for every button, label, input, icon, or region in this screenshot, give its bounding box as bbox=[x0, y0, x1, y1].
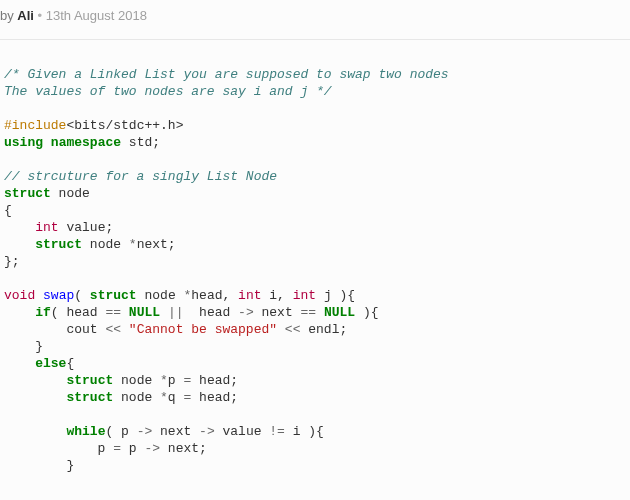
field-next-type: node bbox=[82, 237, 129, 252]
decl-p: p bbox=[168, 373, 184, 388]
type-int: int bbox=[35, 220, 58, 235]
op-arrow: -> bbox=[199, 424, 215, 439]
keyword-else: else bbox=[35, 356, 66, 371]
if-cond-close: ){ bbox=[355, 305, 378, 320]
type-int: int bbox=[238, 288, 261, 303]
op-eq: == bbox=[105, 305, 121, 320]
keyword-namespace: namespace bbox=[51, 135, 121, 150]
type-int: int bbox=[293, 288, 316, 303]
param-head-type: node bbox=[137, 288, 184, 303]
post-date: 13th August 2018 bbox=[46, 8, 147, 23]
author-name[interactable]: Ali bbox=[17, 8, 34, 23]
rhs-head: head; bbox=[191, 373, 238, 388]
op-eq: == bbox=[301, 305, 317, 320]
endl: endl; bbox=[300, 322, 347, 337]
field-value: value; bbox=[59, 220, 114, 235]
brace: }; bbox=[4, 254, 20, 269]
op-neq: != bbox=[269, 424, 285, 439]
op-assign: = bbox=[113, 441, 121, 456]
brace: { bbox=[4, 203, 12, 218]
comment-line: // strcuture for a singly List Node bbox=[4, 169, 277, 184]
keyword-using: using bbox=[4, 135, 43, 150]
rhs-p: p bbox=[121, 441, 144, 456]
decl-q: q bbox=[168, 390, 184, 405]
star-op: * bbox=[160, 390, 168, 405]
struct-name: node bbox=[51, 186, 90, 201]
cout: cout bbox=[4, 322, 105, 337]
expr-value: value bbox=[215, 424, 270, 439]
namespace-std: std; bbox=[121, 135, 160, 150]
byline: by Ali • 13th August 2018 bbox=[0, 0, 630, 33]
stmt-p-assign: p bbox=[4, 441, 113, 456]
include-header: <bits/stdc++.h> bbox=[66, 118, 183, 133]
if-cond-open: ( head bbox=[51, 305, 106, 320]
rhs-next: next; bbox=[160, 441, 207, 456]
param-i: i, bbox=[262, 288, 293, 303]
while-cond-open: ( p bbox=[105, 424, 136, 439]
expr-next: next bbox=[254, 305, 301, 320]
separator-dot: • bbox=[34, 8, 46, 23]
keyword-struct: struct bbox=[90, 288, 137, 303]
param-j: j ){ bbox=[316, 288, 355, 303]
brace: { bbox=[66, 356, 74, 371]
keyword-struct: struct bbox=[66, 390, 113, 405]
null-literal: NULL bbox=[129, 305, 160, 320]
comment-line: /* Given a Linked List you are supposed … bbox=[4, 67, 449, 82]
brace: } bbox=[4, 339, 43, 354]
rhs-head: head; bbox=[191, 390, 238, 405]
function-swap: swap bbox=[43, 288, 74, 303]
op-arrow: -> bbox=[238, 305, 254, 320]
op-arrow: -> bbox=[137, 424, 153, 439]
keyword-struct: struct bbox=[4, 186, 51, 201]
keyword-struct: struct bbox=[66, 373, 113, 388]
expr-next: next bbox=[152, 424, 199, 439]
expr-head: head bbox=[191, 305, 238, 320]
op-stream: << bbox=[285, 322, 301, 337]
keyword-if: if bbox=[35, 305, 51, 320]
comment-line: The values of two nodes are say i and j … bbox=[4, 84, 332, 99]
preprocessor: #include bbox=[4, 118, 66, 133]
decl-q-type: node bbox=[113, 390, 160, 405]
brace: } bbox=[4, 458, 74, 473]
string-literal: "Cannot be swapped" bbox=[121, 322, 285, 337]
keyword-struct: struct bbox=[35, 237, 82, 252]
null-literal: NULL bbox=[324, 305, 355, 320]
paren: ( bbox=[74, 288, 90, 303]
while-cond-close: i ){ bbox=[285, 424, 324, 439]
param-head: head, bbox=[191, 288, 238, 303]
op-arrow: -> bbox=[144, 441, 160, 456]
by-label: by bbox=[0, 8, 17, 23]
op-or: || bbox=[160, 305, 191, 320]
type-void: void bbox=[4, 288, 35, 303]
code-block: /* Given a Linked List you are supposed … bbox=[0, 40, 630, 478]
op-stream: << bbox=[105, 322, 121, 337]
field-next: next; bbox=[137, 237, 176, 252]
keyword-while: while bbox=[66, 424, 105, 439]
decl-p-type: node bbox=[113, 373, 160, 388]
star-op: * bbox=[160, 373, 168, 388]
star-op: * bbox=[129, 237, 137, 252]
